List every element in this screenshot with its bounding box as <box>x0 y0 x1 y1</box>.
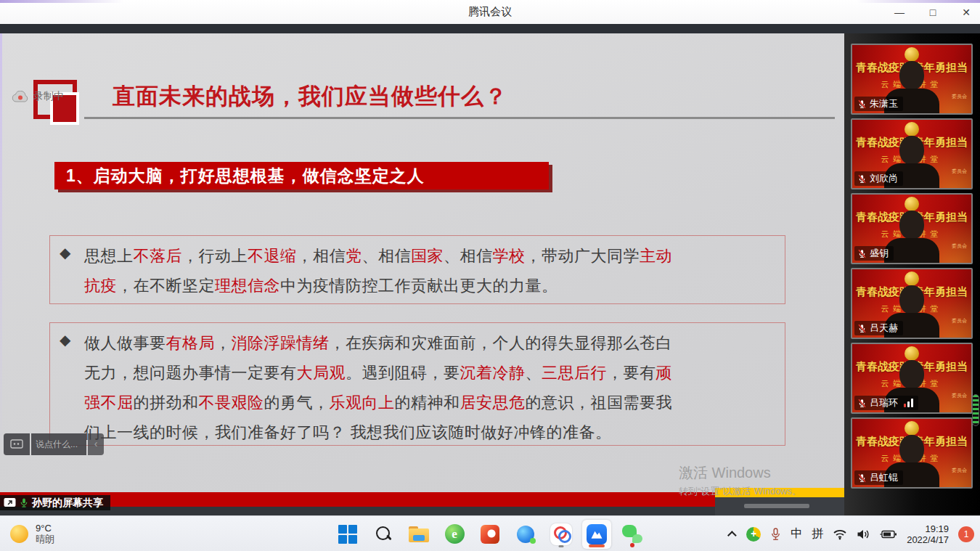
activate-windows-watermark: 激活 Windows 转到“设置”以激活 Windows。 <box>679 463 801 498</box>
presenter-mic-icon <box>20 497 28 508</box>
participant-name: 朱潇玉 <box>870 97 898 110</box>
participant-video-tile[interactable]: 青春战疫路 青年勇担当 云端大讲堂 委员会 吕瑞环 <box>851 343 973 414</box>
taskbar-center-icons: e <box>333 516 647 551</box>
chat-input[interactable]: 说点什么... <box>31 433 86 455</box>
notification-badge[interactable]: 1 <box>958 526 974 542</box>
file-explorer-button[interactable] <box>404 520 433 549</box>
danmaku-icon <box>4 433 30 455</box>
screen-share-status-bar: 孙野的屏幕共享 <box>0 495 110 510</box>
mic-muted-icon <box>857 174 867 184</box>
participant-name: 刘欣尚 <box>870 172 898 185</box>
watermark-line1: 激活 Windows <box>679 463 801 483</box>
running-indicator <box>559 545 564 547</box>
participant-name: 盛钥 <box>870 247 889 260</box>
clock-date: 2022/4/17 <box>907 534 949 545</box>
ime-pinyin-indicator[interactable]: 拼 <box>812 526 823 542</box>
mic-muted-icon <box>857 99 867 109</box>
participant-name-bar: 吕虹锟 <box>854 470 903 485</box>
taskbar-clock[interactable]: 19:19 2022/4/17 <box>907 523 949 545</box>
tencent-meeting-button[interactable] <box>582 520 611 549</box>
windows-logo-icon <box>338 525 357 544</box>
tencent-meeting-icon <box>587 524 607 544</box>
wifi-icon[interactable] <box>833 528 847 540</box>
ie-browser-icon: e <box>445 524 465 544</box>
battery-charging-icon[interactable] <box>880 528 897 540</box>
circles-app-button[interactable] <box>547 520 576 549</box>
ime-language-indicator[interactable]: 中 <box>791 526 802 542</box>
speaker-icon[interactable] <box>857 528 870 540</box>
notification-running-indicator <box>630 543 634 547</box>
blurred-taskbar-text <box>744 504 809 508</box>
slide-title: 直面未来的战场，我们应当做些什么？ <box>113 81 507 112</box>
participant-name-bar: 刘欣尚 <box>854 171 903 186</box>
cloud-recording-icon <box>12 91 29 103</box>
mic-muted-icon <box>857 399 867 408</box>
mic-muted-icon <box>857 473 867 483</box>
active-running-indicator <box>589 544 605 547</box>
chat-collapse-button[interactable]: ‹ <box>88 433 104 455</box>
shared-screen-area: 录制中 直面未来的战场，我们应当做些什么？ 1、启动大脑，打好思想根基，做信念坚… <box>0 33 844 515</box>
participant-video-tile[interactable]: 青春战疫路 青年勇担当 云端大讲堂 委员会 刘欣尚 <box>851 118 973 189</box>
weather-temperature: 9°C <box>36 523 54 534</box>
chat-quick-bubble[interactable]: 说点什么... ‹ <box>4 433 104 455</box>
participant-video-tile[interactable]: 青春战疫路 青年勇担当 云端大讲堂 委员会 吕天赫 <box>851 268 973 339</box>
participant-name-bar: 吕瑞环 <box>854 396 918 410</box>
window-title: 腾讯会议 <box>0 5 980 19</box>
system-tray: 中 拼 19:19 2022/4/17 <box>730 516 974 551</box>
wechat-icon <box>622 525 642 544</box>
ie-browser-button[interactable]: e <box>440 520 469 549</box>
top-dark-strip <box>0 24 980 33</box>
mic-muted-icon <box>857 249 867 258</box>
participants-sidebar: 青春战疫路 青年勇担当 云端大讲堂 委员会 朱潇玉 青春战疫路 青年勇担当 云端… <box>844 33 980 515</box>
titlebar: 腾讯会议 — □ ✕ <box>0 0 980 24</box>
bullet-diamond-icon: ◆ <box>60 244 71 261</box>
sunny-weather-icon <box>10 525 28 543</box>
participant-video-tile[interactable]: 青春战疫路 青年勇担当 云端大讲堂 委员会 盛钥 <box>851 193 973 264</box>
folder-icon <box>409 526 429 542</box>
participant-name: 吕瑞环 <box>870 396 898 409</box>
circles-app-icon <box>550 523 572 545</box>
slide-textbox-1: ◆ 思想上不落后，行动上不退缩，相信党、相信国家、相信学校，带动广大同学主动抗疫… <box>49 235 785 304</box>
wechat-button[interactable] <box>618 520 647 549</box>
participant-video-tile[interactable]: 青春战疫路 青年勇担当 云端大讲堂 委员会 朱潇玉 <box>851 44 973 115</box>
screen-share-label: 孙野的屏幕共享 <box>32 497 103 510</box>
slide-textbox-2-content: 做人做事要有格局，消除浮躁情绪，在疾病和灾难面前，个人的得失显得那么苍白无力，想… <box>84 328 775 447</box>
volume-indicator-icon <box>904 399 913 407</box>
participant-video-tile[interactable]: 青春战疫路 青年勇担当 云端大讲堂 委员会 吕虹锟 <box>851 417 973 489</box>
watermark-line2: 转到“设置”以激活 Windows。 <box>679 485 801 498</box>
taskbar-weather-widget[interactable]: 9°C 晴朗 <box>10 523 54 544</box>
participant-name-bar: 盛钥 <box>854 246 894 261</box>
slide-title-divider <box>84 117 835 119</box>
tray-chevron-icon[interactable] <box>727 531 737 540</box>
windows-start-button[interactable] <box>333 520 362 549</box>
mic-muted-icon <box>857 324 867 333</box>
office-icon <box>481 525 499 544</box>
bullet-diamond-icon: ◆ <box>60 331 71 348</box>
tray-microphone-icon[interactable] <box>770 527 781 542</box>
maximize-button[interactable]: □ <box>925 7 941 18</box>
recording-label: 录制中 <box>33 90 64 103</box>
participant-name: 吕虹锟 <box>870 471 898 484</box>
clock-time: 19:19 <box>925 523 949 534</box>
office-button[interactable] <box>475 520 505 549</box>
participant-list: 青春战疫路 青年勇担当 云端大讲堂 委员会 朱潇玉 青春战疫路 青年勇担当 云端… <box>851 44 973 489</box>
blue-app-button[interactable] <box>511 520 540 549</box>
screen-share-icon <box>4 497 16 508</box>
taskbar-search-button[interactable] <box>369 520 398 549</box>
slide-textbox-2: ◆ 做人做事要有格局，消除浮躁情绪，在疾病和灾难面前，个人的得失显得那么苍白无力… <box>49 322 785 446</box>
tencent-meeting-window: 腾讯会议 — □ ✕ 录制中 直面未来的战场，我们应当做些什么？ 1、启动大脑，… <box>0 0 980 551</box>
shared-bottom-gray-area <box>715 497 844 515</box>
minimize-button[interactable]: — <box>891 7 907 18</box>
slide-section-banner: 1、启动大脑，打好思想根基，做信念坚定之人 <box>54 162 549 189</box>
slide-textbox-1-content: 思想上不落后，行动上不退缩，相信党、相信国家、相信学校，带动广大同学主动抗疫，在… <box>84 241 775 301</box>
participant-name: 吕天赫 <box>870 322 898 335</box>
close-button[interactable]: ✕ <box>958 7 974 18</box>
blue-circle-app-icon <box>517 526 534 543</box>
participant-name-bar: 吕天赫 <box>854 321 903 335</box>
windows-taskbar: 9°C 晴朗 e <box>0 515 980 551</box>
sidebar-scrollbar[interactable] <box>972 394 979 426</box>
participant-name-bar: 朱潇玉 <box>854 97 903 111</box>
search-icon <box>374 525 393 544</box>
360-safe-icon[interactable] <box>746 527 761 542</box>
weather-condition: 晴朗 <box>36 534 54 544</box>
